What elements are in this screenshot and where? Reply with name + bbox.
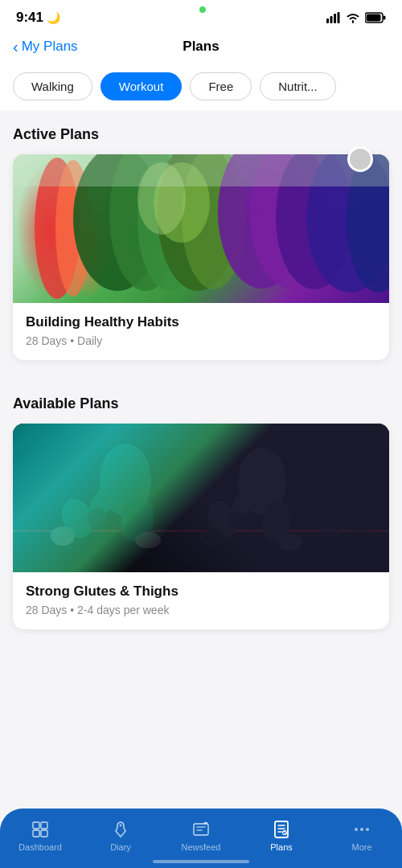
- active-plan-image: [13, 154, 389, 303]
- svg-point-38: [226, 485, 257, 526]
- moon-icon: 🌙: [47, 11, 60, 24]
- svg-point-48: [120, 825, 122, 827]
- available-plans-title: Available Plans: [13, 395, 389, 412]
- active-plan-info: Building Healthy Habits 28 Days • Daily: [13, 303, 389, 360]
- svg-rect-3: [338, 12, 340, 23]
- svg-point-54: [366, 828, 369, 831]
- tab-nutrition[interactable]: Nutrit...: [260, 72, 335, 100]
- svg-point-31: [88, 509, 107, 528]
- tab-bar-newsfeed[interactable]: Newsfeed: [177, 820, 225, 852]
- tab-workout[interactable]: Workout: [100, 72, 183, 100]
- active-plans-title: Active Plans: [13, 126, 389, 143]
- newsfeed-icon: [191, 820, 211, 839]
- main-content: Active Plans: [0, 110, 402, 745]
- nav-header: ‹ My Plans Plans: [0, 31, 402, 66]
- svg-rect-5: [367, 14, 381, 22]
- svg-rect-40: [236, 510, 241, 514]
- svg-rect-23: [13, 528, 389, 572]
- svg-point-53: [360, 828, 363, 831]
- plans-tab-label: Plans: [270, 842, 293, 852]
- battery-icon: [365, 12, 386, 23]
- diary-tab-label: Diary: [110, 842, 131, 852]
- status-time: 9:41: [16, 10, 43, 26]
- svg-rect-2: [334, 14, 336, 23]
- back-chevron-icon: ‹: [13, 39, 18, 55]
- svg-rect-0: [326, 18, 329, 23]
- available-plan-meta: 28 Days • 2-4 days per week: [26, 604, 376, 616]
- svg-point-34: [203, 497, 240, 542]
- svg-point-37: [278, 534, 302, 551]
- tab-walking[interactable]: Walking: [13, 72, 92, 100]
- back-label: My Plans: [22, 39, 78, 55]
- svg-rect-50: [275, 821, 288, 837]
- svg-rect-43: [13, 424, 389, 448]
- diary-icon: [111, 820, 130, 839]
- tab-bar: Dashboard Diary Newsfeed Plans: [0, 809, 402, 868]
- svg-rect-41: [318, 456, 343, 536]
- dashboard-tab-label: Dashboard: [18, 842, 62, 852]
- wifi-icon: [346, 12, 360, 23]
- tab-bar-plans[interactable]: Plans: [257, 820, 306, 852]
- back-button[interactable]: ‹ My Plans: [13, 39, 78, 55]
- svg-rect-45: [41, 822, 47, 829]
- dashboard-icon: [31, 820, 50, 839]
- svg-point-39: [229, 511, 247, 529]
- svg-point-27: [51, 526, 75, 546]
- svg-rect-6: [384, 16, 386, 20]
- status-icons: [326, 12, 386, 23]
- active-plan-card[interactable]: Building Healthy Habits 28 Days • Daily: [13, 154, 389, 360]
- available-plan-card[interactable]: Strong Glutes & Thighs 28 Days • 2-4 day…: [13, 424, 389, 629]
- available-plan-title: Strong Glutes & Thighs: [26, 583, 376, 600]
- available-plans-section: Available Plans: [0, 379, 402, 629]
- svg-point-35: [199, 529, 225, 547]
- tab-free[interactable]: Free: [190, 72, 252, 100]
- svg-point-36: [259, 498, 294, 544]
- svg-rect-1: [330, 16, 333, 23]
- svg-rect-46: [33, 830, 39, 837]
- home-indicator: [153, 860, 249, 863]
- svg-point-26: [57, 494, 98, 542]
- category-tabs: Walking Workout Free Nutrit...: [0, 66, 402, 110]
- svg-rect-21: [13, 154, 389, 186]
- more-tab-label: More: [351, 842, 371, 852]
- newsfeed-tab-label: Newsfeed: [182, 842, 221, 852]
- svg-rect-47: [41, 830, 47, 837]
- svg-point-30: [83, 481, 120, 526]
- svg-rect-42: [351, 472, 371, 536]
- svg-rect-22: [13, 424, 389, 572]
- signal-icon: [326, 12, 341, 23]
- svg-rect-49: [194, 824, 208, 835]
- plans-icon: [272, 820, 291, 839]
- available-plan-info: Strong Glutes & Thighs 28 Days • 2-4 day…: [13, 572, 389, 629]
- svg-rect-44: [33, 822, 39, 829]
- svg-rect-32: [94, 508, 100, 513]
- battery-green-dot: [199, 6, 206, 13]
- svg-point-33: [238, 448, 286, 515]
- svg-point-29: [135, 532, 161, 548]
- svg-point-28: [116, 494, 158, 546]
- svg-point-52: [355, 828, 358, 831]
- active-plans-section: Active Plans: [0, 110, 402, 360]
- svg-point-25: [100, 444, 151, 516]
- tab-bar-more[interactable]: More: [338, 820, 386, 852]
- more-icon: [352, 820, 371, 839]
- active-plan-title: Building Healthy Habits: [26, 314, 376, 330]
- active-plan-card-wrapper: Building Healthy Habits 28 Days • Daily: [13, 154, 389, 360]
- svg-rect-24: [13, 530, 389, 532]
- active-plan-meta: 28 Days • Daily: [26, 334, 376, 347]
- page-title: Plans: [183, 39, 219, 55]
- tab-bar-diary[interactable]: Diary: [96, 820, 145, 852]
- tab-bar-dashboard[interactable]: Dashboard: [16, 820, 64, 852]
- available-plan-image: [13, 424, 389, 572]
- progress-indicator: [347, 146, 373, 172]
- status-bar: 9:41 🌙: [0, 0, 402, 31]
